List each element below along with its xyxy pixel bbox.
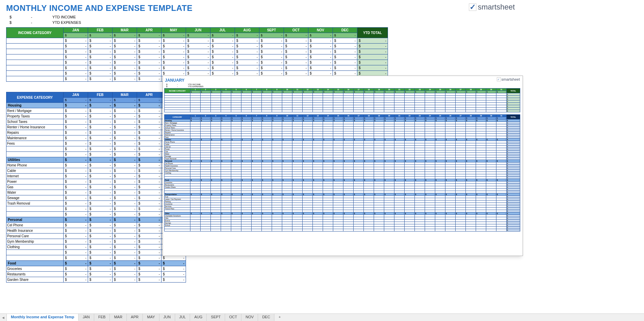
expense-row-label[interactable]: [6, 250, 64, 255]
cell[interactable]: [323, 136, 333, 139]
cell[interactable]: [374, 136, 384, 139]
cell[interactable]: [252, 167, 262, 170]
cell[interactable]: [354, 150, 364, 153]
cell[interactable]: [394, 108, 405, 110]
cell[interactable]: [262, 136, 272, 139]
cell[interactable]: [272, 143, 282, 146]
cell[interactable]: $-: [507, 222, 520, 224]
cell[interactable]: $-: [88, 261, 113, 266]
cell[interactable]: [486, 222, 496, 224]
cell[interactable]: $-: [211, 160, 221, 162]
cell[interactable]: [221, 155, 231, 158]
cell[interactable]: $-: [113, 146, 137, 152]
cell[interactable]: $-: [384, 91, 394, 93]
cell[interactable]: $-: [333, 91, 343, 93]
cell[interactable]: [292, 158, 303, 160]
cell[interactable]: [384, 103, 394, 105]
cell[interactable]: [303, 165, 313, 167]
cell[interactable]: [241, 215, 252, 217]
cell[interactable]: [476, 203, 486, 205]
cell[interactable]: [496, 105, 507, 108]
cell[interactable]: $-: [384, 212, 394, 215]
cell[interactable]: [201, 155, 211, 158]
cell[interactable]: [466, 96, 476, 98]
cell[interactable]: [435, 124, 445, 127]
cell[interactable]: $-: [284, 44, 308, 49]
cell[interactable]: [476, 210, 486, 212]
cell[interactable]: [231, 158, 241, 160]
cell[interactable]: [476, 105, 486, 108]
cell[interactable]: $-: [333, 33, 357, 38]
cell[interactable]: $-: [405, 139, 415, 141]
cell[interactable]: [456, 150, 466, 153]
cell[interactable]: [292, 96, 303, 98]
cell[interactable]: [496, 131, 507, 134]
cell[interactable]: $-: [354, 139, 364, 141]
cell[interactable]: [415, 203, 425, 205]
cell[interactable]: [435, 136, 445, 139]
cell[interactable]: [211, 189, 221, 191]
cell[interactable]: [394, 124, 405, 127]
cell[interactable]: [333, 158, 343, 160]
cell[interactable]: $-: [259, 38, 284, 44]
cell[interactable]: [394, 134, 405, 136]
cell[interactable]: [435, 172, 445, 174]
cell[interactable]: $-: [405, 117, 415, 119]
cell[interactable]: $-: [415, 117, 425, 119]
cell[interactable]: [486, 174, 496, 177]
cell[interactable]: [241, 198, 252, 200]
cell[interactable]: $-: [88, 179, 113, 184]
cell[interactable]: [425, 191, 435, 193]
cell[interactable]: [445, 208, 456, 210]
cell[interactable]: $-: [162, 65, 186, 71]
cell[interactable]: [425, 189, 435, 191]
cell[interactable]: $-: [113, 125, 137, 130]
cell[interactable]: [221, 131, 231, 134]
cell[interactable]: [282, 205, 292, 208]
cell[interactable]: [384, 158, 394, 160]
cell[interactable]: [313, 134, 323, 136]
cell[interactable]: [486, 210, 496, 212]
cell[interactable]: $-: [88, 217, 113, 223]
cell[interactable]: [323, 93, 333, 96]
ov-row-label[interactable]: Events: [165, 220, 190, 222]
cell[interactable]: [252, 162, 262, 165]
cell[interactable]: [333, 170, 343, 172]
cell[interactable]: [435, 205, 445, 208]
cell[interactable]: [252, 177, 262, 179]
cell[interactable]: [394, 200, 405, 203]
cell[interactable]: $-: [64, 71, 88, 76]
cell[interactable]: $-: [88, 201, 113, 206]
cell[interactable]: [231, 186, 241, 189]
cell[interactable]: $-: [190, 193, 201, 196]
cell[interactable]: [292, 196, 303, 198]
cell[interactable]: [323, 103, 333, 105]
cell[interactable]: [323, 105, 333, 108]
cell[interactable]: $-: [64, 76, 88, 82]
cell[interactable]: $-: [507, 127, 520, 129]
cell[interactable]: $-: [364, 119, 374, 122]
income-row-label[interactable]: [6, 71, 64, 76]
cell[interactable]: [415, 93, 425, 96]
cell[interactable]: $-: [507, 200, 520, 203]
cell[interactable]: [282, 127, 292, 129]
cell[interactable]: [445, 229, 456, 231]
cell[interactable]: [211, 181, 221, 184]
cell[interactable]: [354, 222, 364, 224]
cell[interactable]: $-: [88, 44, 113, 49]
ov-row-label[interactable]: Repairs: [165, 131, 190, 134]
cell[interactable]: [343, 174, 354, 177]
cell[interactable]: [445, 148, 456, 150]
cell[interactable]: [486, 172, 496, 174]
cell[interactable]: [394, 184, 405, 186]
cell[interactable]: [374, 215, 384, 217]
cell[interactable]: [496, 177, 507, 179]
cell[interactable]: $-: [88, 130, 113, 135]
cell[interactable]: [496, 158, 507, 160]
cell[interactable]: [343, 229, 354, 231]
cell[interactable]: $-: [507, 119, 520, 122]
tab-month[interactable]: AUG: [190, 314, 207, 321]
ov-row-label[interactable]: Gifts: [165, 217, 190, 220]
cell[interactable]: [292, 93, 303, 96]
cell[interactable]: [415, 200, 425, 203]
